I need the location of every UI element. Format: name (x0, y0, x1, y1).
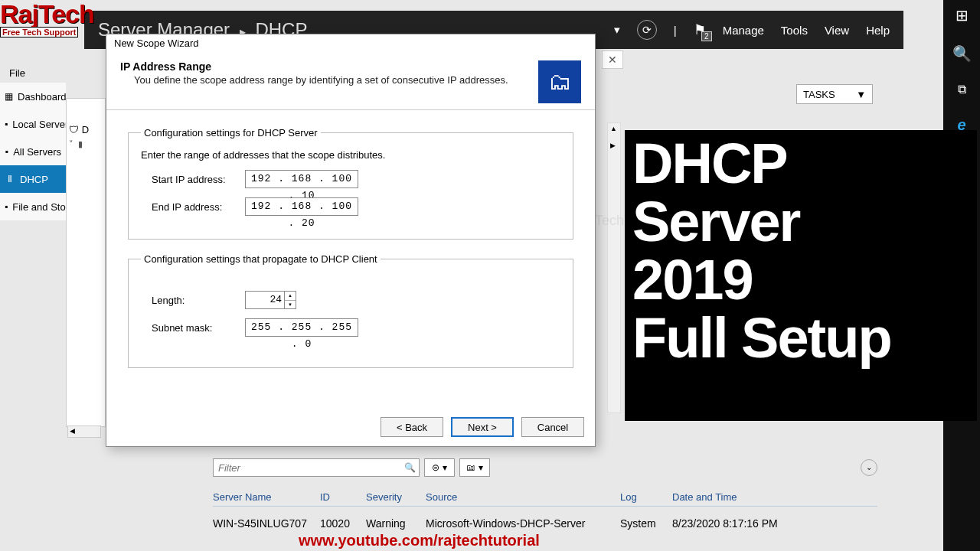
group1-desc: Enter the range of addresses that the sc… (141, 149, 560, 161)
next-button[interactable]: Next > (451, 417, 514, 437)
chevron-down-icon: ▼ (856, 89, 866, 100)
cancel-button[interactable]: Cancel (521, 417, 584, 437)
events-grid: Server Name ID Severity Source Log Date … (213, 487, 877, 530)
notification-count: 2 (701, 31, 712, 41)
close-icon[interactable]: ✕ (602, 51, 623, 69)
storage-icon: ▪ (5, 201, 8, 212)
filter-box: 🔍 (213, 458, 420, 477)
youtube-url: www.youtube.com/rajtechtutorial (299, 532, 540, 549)
end-ip-label: End IP address: (152, 201, 245, 213)
end-ip-input[interactable]: 192 . 168 . 100 . 20 (245, 197, 358, 216)
menu-tools[interactable]: Tools (781, 24, 808, 37)
cell-severity: Warning (366, 517, 426, 530)
wizard-header-icon: 🗂 (538, 60, 581, 103)
overlay-line3: 2019 (632, 251, 969, 309)
video-title-overlay: DHCP Server 2019 Full Setup (625, 130, 977, 421)
nav-file-storage[interactable]: ▪File and Storage (0, 193, 66, 220)
nav-local-server[interactable]: ▪Local Server (0, 110, 66, 138)
nav-all-servers[interactable]: ▪All Servers (0, 138, 66, 165)
dhcp-tree-root[interactable]: 🛡 D (69, 124, 89, 139)
cell-source: Microsoft-Windows-DHCP-Server (426, 517, 620, 530)
group2-legend: Configuration settings that propagate to… (141, 253, 381, 265)
header-dropdown-icon[interactable]: ▾ (614, 23, 620, 37)
dhcp-server-settings-group: Configuration settings for DHCP Server E… (128, 127, 573, 240)
length-label: Length: (152, 295, 245, 306)
back-button[interactable]: < Back (381, 417, 443, 437)
spin-up-icon[interactable]: ▲ (285, 292, 296, 301)
nav-dashboard[interactable]: ▦Dashboard (0, 83, 66, 110)
start-ip-label: Start IP address: (152, 174, 245, 185)
dhcp-tree: 🛡 D ˅ ▮ (69, 124, 89, 155)
task-view-icon[interactable]: ⧉ (958, 83, 966, 96)
tasks-dropdown[interactable]: TASKS ▼ (796, 84, 873, 104)
notifications-flag-icon[interactable]: ⚑2 (694, 21, 706, 38)
collapse-icon[interactable]: ⌄ (861, 459, 877, 476)
overlay-line2: Server (632, 193, 969, 251)
grid-header: Server Name ID Severity Source Log Date … (213, 487, 877, 507)
length-input[interactable]: 24 (245, 291, 285, 309)
filter-save-button[interactable]: 🖭 ▾ (459, 458, 490, 477)
server-icon: ▪ (5, 119, 8, 129)
cell-server: WIN-S45INLUG707 (213, 517, 320, 530)
col-source[interactable]: Source (426, 491, 620, 503)
cell-log: System (620, 517, 672, 530)
filter-options-button[interactable]: ⊜ ▾ (424, 458, 455, 477)
new-scope-wizard-dialog: New Scope Wizard IP Address Range You de… (106, 34, 596, 447)
subnet-mask-input[interactable]: 255 . 255 . 255 . 0 (245, 318, 358, 337)
menu-help[interactable]: Help (866, 24, 890, 37)
search-icon[interactable]: 🔍 (400, 462, 419, 473)
menu-manage[interactable]: Manage (723, 24, 764, 37)
nav-dhcp[interactable]: ⅡDHCP (0, 165, 66, 193)
wizard-subheading: You define the scope address range by id… (120, 73, 538, 86)
events-filter-bar: 🔍 ⊜ ▾ 🖭 ▾ ⌄ (213, 458, 877, 477)
dhcp-client-settings-group: Configuration settings that propagate to… (128, 253, 573, 368)
cell-id: 10020 (320, 517, 366, 530)
search-taskbar-icon[interactable]: 🔍 (952, 44, 972, 63)
col-date[interactable]: Date and Time (672, 491, 877, 503)
spin-down-icon[interactable]: ▼ (285, 301, 296, 309)
server-manager-nav: ▦Dashboard ▪Local Server ▪All Servers ⅡD… (0, 83, 66, 220)
file-menu[interactable]: File (9, 67, 25, 79)
overlay-line4: Full Setup (632, 309, 969, 367)
dhcp-tree-expand[interactable]: ˅ ▮ (69, 139, 89, 155)
col-server-name[interactable]: Server Name (213, 491, 320, 503)
col-id[interactable]: ID (320, 491, 366, 503)
servers-icon: ▪ (5, 146, 8, 157)
header-divider: | (674, 24, 677, 37)
hscrollbar[interactable] (67, 425, 101, 438)
overlay-line1: DHCP (632, 135, 969, 193)
length-spinner[interactable]: ▲▼ (285, 291, 296, 309)
col-severity[interactable]: Severity (366, 491, 426, 503)
grid-row[interactable]: WIN-S45INLUG707 10020 Warning Microsoft-… (213, 507, 877, 530)
col-log[interactable]: Log (620, 491, 672, 503)
windows-start-icon[interactable]: ⊞ (956, 6, 969, 24)
filter-input[interactable] (214, 462, 400, 474)
logo-bottom: Free Tech Support (0, 27, 78, 37)
vscrollbar[interactable] (607, 122, 621, 413)
rajtech-logo: RajTech Free Tech Support (0, 3, 94, 38)
dhcp-icon: Ⅱ (5, 174, 15, 184)
wizard-title: New Scope Wizard (106, 34, 595, 56)
refresh-icon[interactable]: ⟳ (637, 20, 657, 40)
subnet-mask-label: Subnet mask: (152, 322, 245, 334)
dashboard-icon: ▦ (5, 91, 13, 102)
wizard-header: IP Address Range You define the scope ad… (106, 56, 595, 110)
menu-view[interactable]: View (825, 24, 849, 37)
logo-top: RajTech (0, 3, 94, 24)
wizard-heading: IP Address Range (120, 60, 538, 73)
cell-date: 8/23/2020 8:17:16 PM (672, 517, 877, 530)
group1-legend: Configuration settings for DHCP Server (141, 127, 321, 139)
start-ip-input[interactable]: 192 . 168 . 100 . 10 (245, 170, 358, 188)
tasks-label: TASKS (803, 89, 835, 100)
